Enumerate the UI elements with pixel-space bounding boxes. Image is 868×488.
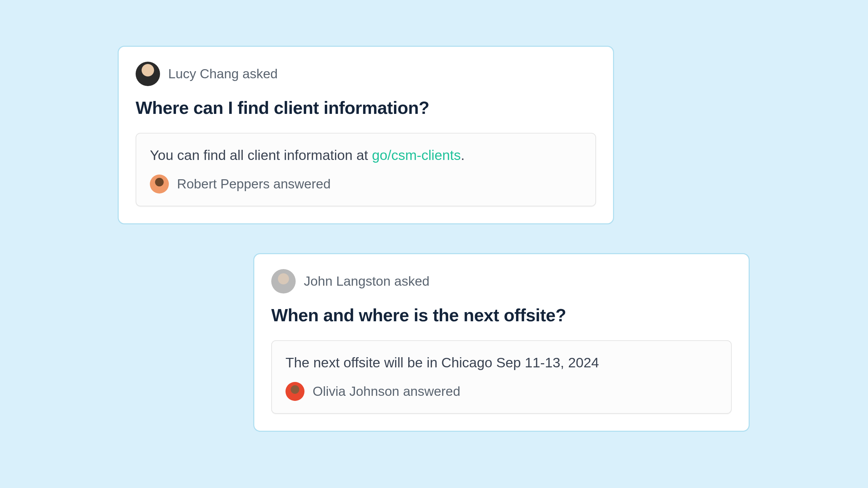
answerer-label: Robert Peppers answered — [177, 177, 331, 191]
question-title: When and where is the next offsite? — [271, 305, 732, 325]
asker-row: Lucy Chang asked — [136, 62, 596, 86]
asker-row: John Langston asked — [271, 269, 732, 293]
answer-text: You can find all client information at g… — [150, 146, 582, 165]
answer-box: The next offsite will be in Chicago Sep … — [271, 340, 732, 414]
qa-card: John Langston asked When and where is th… — [253, 253, 750, 432]
asker-label: Lucy Chang asked — [168, 66, 278, 81]
answer-link[interactable]: go/csm-clients — [372, 147, 461, 163]
answerer-row: Olivia Johnson answered — [285, 382, 717, 401]
question-title: Where can I find client information? — [136, 98, 596, 118]
qa-card: Lucy Chang asked Where can I find client… — [118, 46, 614, 224]
asker-label: John Langston asked — [304, 274, 430, 289]
answerer-row: Robert Peppers answered — [150, 175, 582, 194]
answer-box: You can find all client information at g… — [136, 133, 596, 206]
answer-text-suffix: . — [461, 147, 465, 163]
avatar — [136, 62, 160, 86]
answerer-label: Olivia Johnson answered — [313, 384, 460, 399]
avatar — [271, 269, 296, 293]
avatar — [285, 382, 304, 401]
answer-text: The next offsite will be in Chicago Sep … — [285, 353, 717, 372]
avatar — [150, 175, 169, 194]
answer-text-prefix: You can find all client information at — [150, 147, 372, 163]
